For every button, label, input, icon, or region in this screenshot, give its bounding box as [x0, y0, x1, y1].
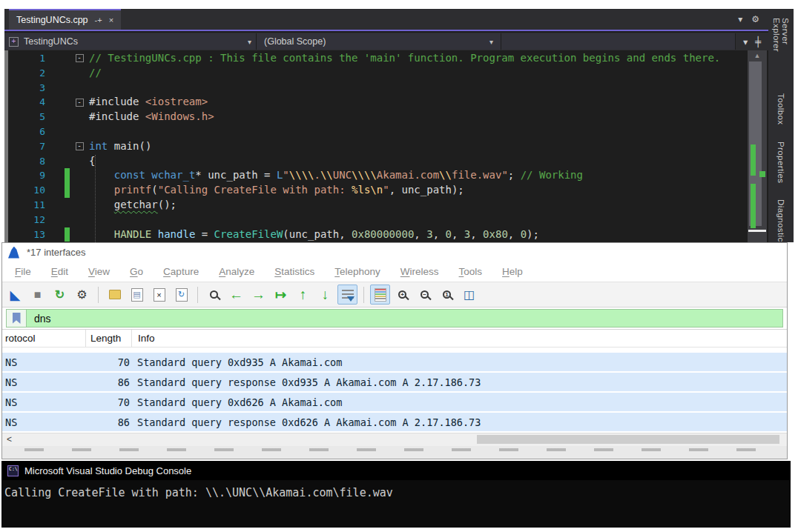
zoom-out-icon[interactable]: −	[415, 285, 435, 305]
packet-length: 70	[85, 356, 131, 368]
menu-go[interactable]: Go	[130, 266, 143, 277]
packet-row[interactable]: NS86Standard query response 0xd626 A Aka…	[2, 413, 787, 431]
menu-statistics[interactable]: Statistics	[274, 266, 314, 277]
chevron-down-icon[interactable]: ▾	[743, 36, 748, 47]
indent-guide	[95, 155, 96, 242]
fold-collapse-icon[interactable]: -	[76, 99, 84, 107]
side-tab-diagnostic[interactable]: Diagnostic	[776, 199, 785, 242]
gutter-gap	[50, 168, 65, 183]
code-text: const wchar_t* unc_path = L"\\\\.\\UNC\\…	[89, 168, 583, 183]
toolbar-separator	[363, 287, 364, 303]
menu-wireless[interactable]: Wireless	[400, 266, 439, 277]
packet-info: Standard query response 0xd626 A Akamai.…	[131, 416, 787, 428]
type-dropdown[interactable]: + TestingUNCs ▾	[4, 33, 257, 50]
color-stripes-glyph	[375, 288, 386, 302]
code-line: 4-#include <iostream>	[8, 95, 745, 110]
packet-list: NS70Standard query 0xd935 A Akamai.comNS…	[2, 348, 787, 431]
document-glyph: ▤	[131, 288, 143, 302]
side-tab-toolbox[interactable]: Toolbox	[776, 93, 785, 124]
magnifier-glyph: +	[398, 290, 406, 299]
go-first-packet-icon[interactable]: ↑	[293, 285, 313, 305]
scroll-left-icon[interactable]: <	[7, 434, 12, 445]
change-annotation	[759, 171, 765, 177]
fold-collapse-icon[interactable]: -	[76, 54, 84, 62]
chevron-down-icon[interactable]: ▾	[738, 14, 742, 24]
code-line: 5#include <Windows.h>	[8, 110, 745, 124]
folder-glyph	[109, 290, 121, 299]
open-file-icon[interactable]	[105, 285, 125, 305]
menu-capture[interactable]: Capture	[163, 266, 199, 277]
filter-bookmark-button[interactable]	[7, 310, 27, 327]
wireshark-title-bar: *17 interfaces	[2, 243, 787, 262]
gutter-gap	[50, 213, 65, 227]
save-file-icon[interactable]: ▤	[127, 285, 147, 305]
find-packet-icon[interactable]	[204, 285, 224, 305]
change-bar-empty	[65, 51, 70, 66]
close-tab-icon[interactable]: ×	[109, 16, 113, 24]
auto-scroll-icon[interactable]	[337, 285, 357, 305]
change-annotation	[751, 184, 756, 228]
gutter-gap	[50, 198, 65, 213]
line-number: 6	[8, 124, 50, 139]
line-number: 4	[8, 95, 50, 110]
packet-row[interactable]: NS70Standard query 0xd626 A Akamai.com	[2, 393, 787, 411]
line-number: 1	[8, 51, 50, 66]
col-header-length[interactable]: Length	[85, 330, 131, 347]
colorize-icon[interactable]	[370, 285, 390, 305]
go-last-packet-icon[interactable]: ↓	[315, 285, 335, 305]
split-editor-icon[interactable]: ╪	[755, 36, 761, 47]
side-tab-properties[interactable]: Properties	[776, 142, 785, 183]
member-dropdown[interactable]	[501, 33, 736, 50]
menu-view[interactable]: View	[88, 266, 110, 277]
capture-options-icon[interactable]: ⚙	[72, 285, 92, 305]
stop-capture-icon[interactable]: ■	[27, 285, 47, 305]
packet-row[interactable]: NS70Standard query 0xd935 A Akamai.com	[2, 353, 787, 371]
editor-tab[interactable]: TestingUNCs.cpp -+ ×	[9, 9, 121, 30]
reload-file-icon[interactable]: ↻	[171, 285, 191, 305]
change-bar-empty	[65, 154, 70, 169]
packet-length: 86	[85, 376, 131, 388]
close-file-icon[interactable]: ×	[149, 285, 169, 305]
scope-dropdown[interactable]: (Global Scope) ▾	[257, 33, 501, 50]
scroll-up-icon[interactable]: ▲	[748, 52, 767, 59]
filter-bar: dns	[2, 307, 787, 330]
packet-row[interactable]: NS86Standard query response 0xd935 A Aka…	[2, 373, 787, 391]
go-to-packet-icon[interactable]: ↦	[271, 285, 291, 305]
line-number: 8	[8, 154, 50, 169]
wireshark-window: *17 interfaces FileEditViewGoCaptureAnal…	[1, 242, 788, 459]
line-number: 13	[8, 227, 50, 242]
packet-info: Standard query 0xd626 A Akamai.com	[131, 396, 787, 408]
gutter-gap	[50, 51, 65, 66]
gutter-gap	[50, 227, 65, 242]
menu-telephony[interactable]: Telephony	[334, 266, 380, 277]
editor-tab-title: TestingUNCs.cpp	[16, 15, 88, 25]
menu-help[interactable]: Help	[502, 266, 523, 277]
menu-tools[interactable]: Tools	[459, 266, 483, 277]
menu-analyze[interactable]: Analyze	[219, 266, 254, 277]
col-header-info[interactable]: Info	[131, 330, 787, 347]
menu-file[interactable]: File	[15, 266, 31, 277]
start-capture-icon[interactable]: ◣	[5, 285, 25, 305]
pin-icon[interactable]: -+	[95, 16, 102, 24]
go-forward-icon[interactable]: →	[248, 285, 268, 305]
editor-scrollbar[interactable]: ▲	[748, 50, 767, 242]
fold-collapse-icon[interactable]: -	[76, 142, 84, 150]
display-filter-input[interactable]: dns	[6, 309, 783, 327]
restart-capture-icon[interactable]: ↻	[50, 285, 70, 305]
gear-icon[interactable]: ⚙	[751, 14, 759, 24]
code-line: 9 const wchar_t* unc_path = L"\\\\.\\UNC…	[8, 168, 745, 183]
go-back-icon[interactable]: ←	[226, 285, 246, 305]
obscured-text	[24, 448, 765, 451]
code-editor[interactable]: 1-// TestingUNCs.cpp : This file contain…	[4, 50, 745, 242]
horizontal-scrollbar[interactable]: <	[2, 433, 787, 446]
side-tab-server-explorer[interactable]: Server Explorer	[772, 18, 790, 77]
scrollbar-thumb[interactable]	[477, 435, 779, 444]
zoom-100-icon[interactable]: 1	[437, 285, 457, 305]
col-header-protocol[interactable]: rotocol	[2, 333, 85, 344]
code-text: #include <iostream>	[89, 95, 208, 110]
chevron-down-icon: ▾	[248, 38, 251, 46]
zoom-in-icon[interactable]: +	[392, 285, 412, 305]
menu-edit[interactable]: Edit	[51, 266, 68, 277]
resize-columns-icon[interactable]: ◫	[459, 285, 479, 305]
type-dropdown-label: TestingUNCs	[24, 36, 78, 47]
